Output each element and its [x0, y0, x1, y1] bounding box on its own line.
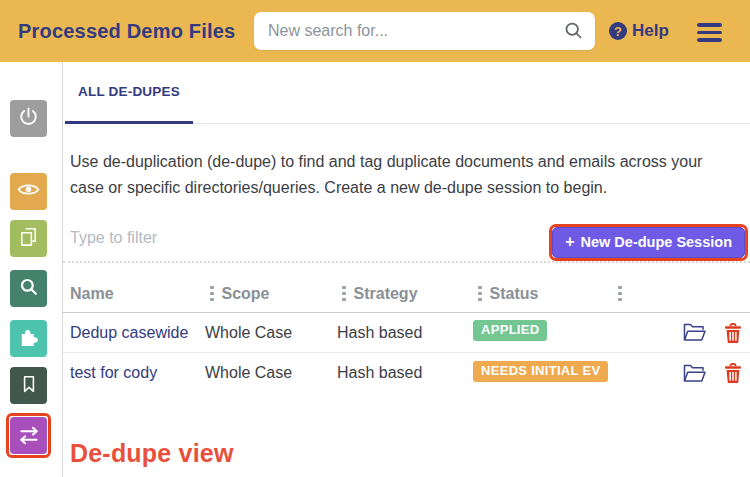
trash-icon[interactable] [724, 363, 742, 383]
question-circle-icon: ? [609, 22, 627, 40]
table-row: test for cody Whole Case Hash based NEED… [63, 353, 750, 393]
sidebar-item-power[interactable] [10, 100, 47, 137]
column-header-scope[interactable]: Scope [205, 285, 337, 303]
table-header-row: Name Scope Strategy Status [63, 275, 750, 313]
main-content: ALL DE-DUPES Use de-duplication (de-dupe… [63, 62, 750, 477]
power-icon [17, 105, 40, 132]
scope-cell: Whole Case [205, 324, 337, 342]
strategy-cell: Hash based [337, 324, 473, 342]
status-cell: APPLIED [473, 320, 613, 345]
column-handle-icon[interactable] [342, 286, 346, 302]
copy-pages-icon [17, 225, 40, 252]
sidebar-item-puzzle[interactable] [10, 320, 47, 357]
column-header-status[interactable]: Status [473, 285, 613, 303]
sidebar-item-copy[interactable] [10, 220, 47, 257]
session-name-link[interactable]: test for cody [63, 364, 205, 382]
top-bar: Processed Demo Files ? Help [0, 0, 750, 62]
filter-row: + New De-dupe Session [63, 225, 750, 263]
sidebar-item-eye[interactable] [10, 173, 47, 210]
de-dupe-table: Name Scope Strategy Status [63, 275, 750, 393]
actions-cell [613, 363, 750, 384]
sidebar [0, 62, 63, 477]
column-header-actions[interactable] [613, 286, 750, 302]
tab-all-de-dupes[interactable]: ALL DE-DUPES [65, 62, 193, 124]
swap-arrows-icon [17, 422, 41, 450]
scope-cell: Whole Case [205, 364, 337, 382]
new-de-dupe-session-button[interactable]: + New De-dupe Session [552, 227, 745, 258]
actions-cell [613, 322, 750, 343]
sidebar-item-bookmark[interactable] [10, 367, 47, 404]
session-name-link[interactable]: Dedup casewide [63, 324, 205, 342]
search-input[interactable] [254, 12, 595, 50]
page-title: Processed Demo Files [18, 0, 235, 62]
puzzle-icon [17, 325, 40, 352]
help-label: Help [632, 21, 669, 41]
active-item-highlight [6, 413, 51, 458]
hamburger-menu-icon[interactable] [697, 23, 722, 42]
sidebar-item-de-dupe[interactable] [10, 417, 47, 454]
status-badge: APPLIED [473, 320, 547, 341]
app-window: Processed Demo Files ? Help [0, 0, 750, 477]
tab-bar: ALL DE-DUPES [63, 62, 750, 124]
plus-icon: + [565, 235, 574, 249]
description-text: Use de-duplication (de-dupe) to find and… [70, 149, 710, 201]
new-session-label: New De-dupe Session [581, 234, 732, 250]
status-cell: NEEDS INITIAL EV [473, 361, 613, 386]
open-folder-icon[interactable] [682, 322, 707, 343]
search-icon [17, 275, 40, 302]
global-search [254, 12, 595, 50]
table-row: Dedup casewide Whole Case Hash based APP… [63, 313, 750, 353]
help-button[interactable]: ? Help [609, 0, 669, 62]
annotation-highlight-box: + New De-dupe Session [549, 224, 748, 261]
sidebar-item-search[interactable] [10, 270, 47, 307]
column-handle-icon[interactable] [618, 286, 622, 302]
de-dupe-view-caption: De-dupe view [70, 439, 750, 468]
column-header-strategy[interactable]: Strategy [337, 285, 473, 303]
eye-icon [16, 177, 41, 206]
search-icon[interactable] [563, 20, 584, 45]
status-badge: NEEDS INITIAL EV [473, 361, 608, 382]
column-header-name[interactable]: Name [63, 285, 205, 303]
column-handle-icon[interactable] [210, 286, 214, 302]
strategy-cell: Hash based [337, 364, 473, 382]
open-folder-icon[interactable] [682, 363, 707, 384]
bookmark-icon [18, 373, 40, 399]
column-handle-icon[interactable] [478, 286, 482, 302]
trash-icon[interactable] [724, 323, 742, 343]
